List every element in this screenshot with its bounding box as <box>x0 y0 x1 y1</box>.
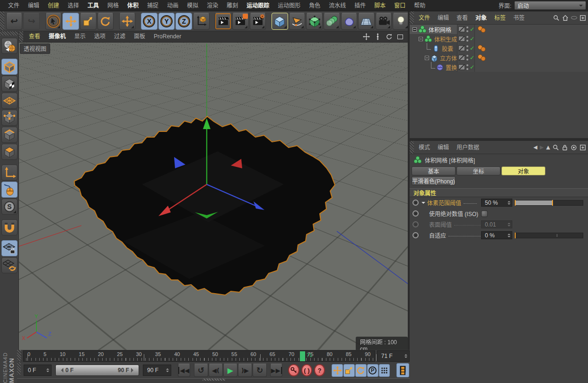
menu-pipeline[interactable]: 流水线 <box>325 0 350 11</box>
menu-help[interactable]: 帮助 <box>410 0 430 11</box>
snap-settings-button[interactable]: S <box>1 199 18 215</box>
last-used-tool-button[interactable] <box>119 13 136 30</box>
menu-simulate[interactable]: 模拟 <box>183 0 202 11</box>
search-icon[interactable] <box>553 144 559 151</box>
make-editable-button[interactable] <box>1 38 18 54</box>
collapse-toggle[interactable] <box>419 37 423 41</box>
playhead-marker[interactable] <box>300 351 305 361</box>
viewport-menu-options[interactable]: 选项 <box>90 31 110 42</box>
enabled-check-icon[interactable]: ✓ <box>470 64 474 70</box>
home-icon[interactable] <box>562 15 569 21</box>
menu-motion-tracker[interactable]: 运动跟踪 <box>242 0 273 11</box>
lock-x-axis-button[interactable]: X <box>141 13 158 30</box>
play-forward-button[interactable]: ↻ <box>253 364 267 377</box>
move-tool-button[interactable] <box>62 13 79 30</box>
keyframe-circle-icon[interactable] <box>412 221 419 227</box>
key-pla-button[interactable] <box>379 364 390 377</box>
render-to-picture-viewer-button[interactable] <box>232 13 249 30</box>
enable-axis-button[interactable] <box>1 165 18 181</box>
new-panel-icon[interactable] <box>579 15 586 21</box>
lock-z-axis-button[interactable]: Z <box>176 13 192 30</box>
next-frame-button[interactable]: )▶ <box>238 364 252 377</box>
new-panel-icon[interactable] <box>579 144 586 151</box>
polygons-mode-button[interactable] <box>1 144 18 160</box>
key-parameter-button[interactable]: P <box>367 364 378 377</box>
deformers-button[interactable] <box>341 13 358 30</box>
phong-tag-icon[interactable] <box>477 44 487 52</box>
goto-start-button[interactable]: ◀◀ <box>178 364 190 377</box>
layer-icon[interactable] <box>458 45 465 51</box>
tweak-mode-button[interactable] <box>1 182 18 198</box>
timeline-grip[interactable] <box>17 350 21 361</box>
visibility-column[interactable]: ✓ <box>457 53 475 62</box>
object-row-volume-builder[interactable]: 体积生成 ✓ <box>410 34 588 44</box>
quantize-workplane-button[interactable] <box>1 257 18 273</box>
range-end-input[interactable]: 90 F <box>143 365 171 376</box>
enabled-check-icon[interactable]: ✓ <box>470 35 474 42</box>
subdivision-surface-button[interactable] <box>306 13 323 30</box>
toolbar-grip[interactable] <box>0 11 4 31</box>
menu-character[interactable]: 角色 <box>305 0 325 11</box>
menu-tools[interactable]: 工具 <box>83 0 103 11</box>
redo-button[interactable]: ↪ <box>23 13 40 30</box>
menu-animate[interactable]: 动画 <box>163 0 183 11</box>
environment-button[interactable] <box>358 13 375 30</box>
previous-frame-button[interactable]: ◀( <box>209 364 223 377</box>
enabled-check-icon[interactable]: ✓ <box>470 54 474 61</box>
history-forward-icon[interactable]: ▶ <box>540 144 544 150</box>
record-keyframe-button[interactable] <box>288 364 299 376</box>
enabled-check-icon[interactable]: ✓ <box>470 26 474 33</box>
visibility-column[interactable]: ✓ <box>457 62 475 72</box>
object-row-volume-mesher[interactable]: 体积网格 ✓ <box>410 25 588 34</box>
menu-render[interactable]: 渲染 <box>202 0 222 11</box>
view-label[interactable]: 透视视图 <box>20 44 50 54</box>
menu-file[interactable]: 文件 <box>4 0 24 11</box>
menu-plugins[interactable]: 插件 <box>350 0 370 11</box>
voxel-range-slider[interactable] <box>514 200 583 206</box>
spinner-arrows-icon[interactable] <box>166 367 169 374</box>
range-start-input[interactable]: 0 F <box>24 365 52 376</box>
layer-icon[interactable] <box>458 36 465 42</box>
rotate-tool-button[interactable] <box>97 13 114 30</box>
tag-column[interactable] <box>475 53 588 62</box>
menu-edit[interactable]: 编辑 <box>24 0 44 11</box>
tab-basic[interactable]: 基本 <box>412 166 456 175</box>
visibility-column[interactable]: ✓ <box>457 25 475 34</box>
surface-threshold-input[interactable]: 0.01 <box>481 220 512 228</box>
tab-object[interactable]: 对象 <box>501 166 545 175</box>
spline-pen-button[interactable] <box>289 13 306 30</box>
spinner-arrows-icon[interactable] <box>46 367 49 374</box>
interface-dropdown[interactable]: 启动 <box>514 1 586 10</box>
coordinate-system-button[interactable] <box>193 13 210 30</box>
viewport-menu-cameras[interactable]: 摄像机 <box>44 31 70 42</box>
visibility-dots-icon[interactable] <box>466 64 468 70</box>
expand-arrow-icon[interactable] <box>421 202 425 206</box>
viewport-rotate-icon[interactable] <box>385 33 393 41</box>
camera-button[interactable] <box>376 13 392 30</box>
visibility-dots-icon[interactable] <box>466 36 468 42</box>
menu-sculpt[interactable]: 雕刻 <box>222 0 242 11</box>
viewport-pan-icon[interactable] <box>362 33 370 41</box>
lock-y-axis-button[interactable]: Y <box>158 13 175 30</box>
om-menu-bookmarks[interactable]: 书签 <box>509 12 528 24</box>
transport-grip[interactable] <box>17 362 21 374</box>
scale-tool-button[interactable] <box>80 13 97 30</box>
am-menu-userdata[interactable]: 用户数据 <box>453 142 483 153</box>
sidebar-grip[interactable] <box>0 31 18 35</box>
phong-tag-icon[interactable] <box>477 26 487 33</box>
object-manager-grip[interactable] <box>410 11 414 24</box>
spinner-arrows-icon[interactable] <box>508 221 510 228</box>
status-grip[interactable] <box>202 379 225 381</box>
menu-script[interactable]: 脚本 <box>370 0 390 11</box>
tab-phong[interactable]: 平滑着色(Phong) <box>412 176 456 185</box>
play-sound-button[interactable] <box>396 363 409 377</box>
target-icon[interactable] <box>570 144 577 151</box>
goto-end-button[interactable]: ▶▶ <box>270 364 282 377</box>
keyframe-circle-icon[interactable] <box>412 210 419 217</box>
preview-range-slider[interactable]: 0 F 90 F <box>55 365 139 376</box>
phong-tag-icon[interactable] <box>477 54 487 61</box>
menu-mesh[interactable]: 网格 <box>103 0 123 11</box>
viewport-dolly-icon[interactable] <box>374 33 381 41</box>
enabled-check-icon[interactable]: ✓ <box>470 45 474 52</box>
edges-mode-button[interactable] <box>1 127 18 143</box>
